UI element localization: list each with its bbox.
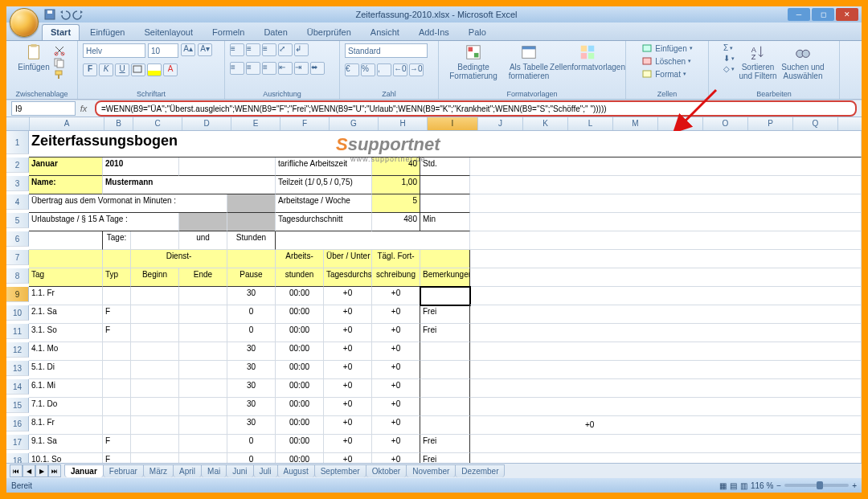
cell[interactable]: Teilzeit (1/ 0,5 / 0,75) [276, 176, 372, 194]
bold-button[interactable]: F [83, 63, 97, 76]
sheet-tab[interactable]: April [173, 464, 202, 477]
row-header[interactable]: 5 [6, 213, 29, 228]
qat-save-icon[interactable] [43, 8, 56, 21]
row-header[interactable]: 8 [6, 268, 29, 284]
col-D[interactable]: D [182, 117, 231, 130]
tab-daten[interactable]: Daten [255, 24, 296, 40]
cell[interactable]: 9.1. Sa [29, 435, 103, 453]
cell[interactable] [131, 287, 179, 305]
cell-styles-button[interactable]: Zellenformatvorlagen [557, 43, 618, 72]
tab-formeln[interactable]: Formeln [203, 24, 253, 40]
cell[interactable] [470, 453, 862, 463]
align-top-icon[interactable]: ≡ [230, 43, 244, 56]
row-header[interactable]: 14 [6, 379, 29, 395]
align-left-icon[interactable]: ≡ [230, 62, 244, 75]
cell[interactable]: Pause [227, 268, 276, 287]
cell[interactable] [470, 342, 862, 361]
sheet-next-icon[interactable]: ▶ [35, 464, 48, 477]
cell[interactable]: +0 [372, 287, 420, 305]
cell[interactable]: 2.1. Sa [29, 305, 103, 324]
cell[interactable] [179, 287, 227, 305]
cell[interactable]: F [103, 324, 131, 342]
font-size-combo[interactable]: 10 [148, 43, 178, 58]
grow-font-icon[interactable]: A▴ [181, 43, 195, 56]
cell[interactable] [103, 379, 131, 398]
cell[interactable]: 4.1. Mo [29, 342, 103, 361]
sheet-tab[interactable]: August [277, 464, 315, 477]
cell[interactable]: +0 [324, 435, 372, 453]
align-right-icon[interactable]: ≡ [262, 62, 276, 75]
formula-input[interactable]: =WENN(B9="ÜA";"Überst.ausgleich";WENN(B9… [95, 100, 857, 117]
cell[interactable]: Mustermann [103, 176, 276, 194]
cell[interactable] [179, 398, 227, 416]
align-center-icon[interactable]: ≡ [246, 62, 260, 75]
row-header[interactable]: 15 [6, 398, 29, 413]
cell[interactable]: Tag [29, 268, 103, 287]
cell[interactable]: Urlaubstage / § 15 A Tage : [29, 213, 179, 231]
name-box[interactable]: I9 [11, 101, 76, 116]
clear-button[interactable]: ◇ ▾ [723, 64, 735, 73]
sort-filter-button[interactable]: AZ Sortieren und Filtern [738, 43, 778, 80]
cell[interactable]: und [179, 231, 227, 250]
col-I[interactable]: I [428, 117, 478, 130]
cell[interactable] [420, 398, 470, 416]
cell[interactable] [420, 379, 470, 398]
cell[interactable] [131, 305, 179, 324]
cell[interactable]: Min [420, 213, 470, 231]
format-painter-icon[interactable] [53, 69, 66, 80]
col-K[interactable]: K [523, 117, 568, 130]
cell[interactable]: 00:00 [276, 361, 324, 379]
currency-icon[interactable]: € [345, 63, 359, 76]
cell[interactable]: 480 [372, 213, 420, 231]
col-A[interactable]: A [30, 117, 104, 130]
cell[interactable] [131, 453, 179, 463]
cell[interactable]: 00:00 [276, 342, 324, 361]
minimize-button[interactable]: ─ [788, 8, 810, 21]
cells-delete-button[interactable]: Löschen▾ [641, 56, 691, 66]
cell[interactable] [103, 250, 131, 268]
cell[interactable]: F [103, 305, 131, 324]
cell[interactable]: +0 [324, 324, 372, 342]
tab-addins[interactable]: Add-Ins [410, 24, 458, 40]
row-header[interactable]: 12 [6, 342, 29, 358]
tab-start[interactable]: Start [42, 24, 80, 40]
wrap-text-icon[interactable]: ↲ [294, 43, 309, 56]
cell[interactable]: Januar [29, 157, 103, 176]
cell[interactable] [179, 453, 227, 463]
cell[interactable]: 30 [227, 361, 276, 379]
sheet-tab[interactable]: März [143, 464, 174, 477]
decrease-decimal-icon[interactable]: →0 [409, 63, 424, 76]
underline-button[interactable]: U [115, 63, 129, 76]
cell[interactable]: +0 [324, 287, 372, 305]
cell[interactable]: +0 [324, 305, 372, 324]
find-select-button[interactable]: Suchen und Auswählen [781, 43, 825, 80]
cell[interactable]: Name: [29, 176, 103, 194]
tab-ansicht[interactable]: Ansicht [362, 24, 408, 40]
cell[interactable] [420, 361, 470, 379]
row-header[interactable]: 10 [6, 305, 29, 321]
percent-icon[interactable]: % [361, 63, 375, 76]
row-header[interactable]: 18 [6, 453, 29, 463]
cell[interactable]: 10.1. So [29, 453, 103, 463]
row-header[interactable]: 13 [6, 361, 29, 376]
cell[interactable] [470, 416, 862, 435]
cell[interactable] [470, 379, 862, 398]
align-bottom-icon[interactable]: ≡ [262, 43, 276, 56]
cell[interactable] [103, 416, 131, 435]
sheet-tab[interactable]: September [314, 464, 366, 477]
sheet-tab[interactable]: Juli [253, 464, 278, 477]
cell[interactable]: Über / Unter [324, 250, 372, 268]
cut-icon[interactable] [53, 45, 66, 56]
cell[interactable] [131, 231, 179, 250]
cell[interactable]: +0 [372, 324, 420, 342]
conditional-formatting-button[interactable]: Bedingte Formatierung [446, 43, 501, 80]
close-button[interactable]: ✕ [836, 8, 858, 21]
maximize-button[interactable]: ◻ [812, 8, 834, 21]
italic-button[interactable]: K [99, 63, 113, 76]
view-normal-icon[interactable]: ▦ [719, 481, 727, 490]
cell[interactable]: Tagesdurchschnitt [276, 213, 372, 231]
tab-palo[interactable]: Palo [460, 24, 495, 40]
decrease-indent-icon[interactable]: ⇤ [278, 62, 293, 75]
worksheet-grid[interactable]: Ssupportnet www.supportnet.de 1Zeiterfas… [6, 131, 862, 463]
cell[interactable]: 5 [372, 194, 420, 213]
